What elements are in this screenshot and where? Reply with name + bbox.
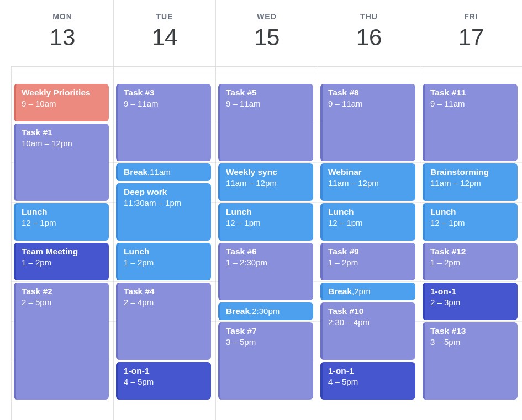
calendar-event[interactable]: Lunch12 – 1pm	[320, 203, 415, 241]
event-time: 1 – 2pm	[328, 258, 358, 267]
event-time: 2 – 3pm	[430, 297, 460, 307]
event-title: Deep work	[124, 187, 167, 196]
event-time: 2:30pm	[252, 306, 280, 316]
day-header-tue[interactable]: TUE 14	[113, 0, 215, 66]
event-time: 1 – 2pm	[22, 258, 51, 267]
event-title: Task #11	[430, 88, 466, 97]
calendar-event[interactable]: Lunch12 – 1pm	[14, 203, 109, 241]
day-column-thu[interactable]: Task #89 – 11amWebinar11am – 12pmLunch12…	[318, 67, 420, 420]
event-time: 11am – 12pm	[226, 178, 277, 188]
day-number: 17	[420, 24, 522, 51]
event-time: 2:30 – 4pm	[328, 317, 370, 327]
day-column-fri[interactable]: Task #119 – 11amBrainstorming11am – 12pm…	[420, 67, 522, 420]
calendar-event[interactable]: Task #91 – 2pm	[320, 243, 415, 280]
day-number: 16	[318, 24, 420, 51]
calendar-event[interactable]: Task #119 – 11am	[423, 84, 518, 161]
calendar-event[interactable]: Task #39 – 11am	[116, 84, 211, 161]
calendar-event[interactable]: Break, 2:30pm	[218, 302, 313, 320]
event-time: 4 – 5pm	[328, 377, 358, 386]
event-time: 9 – 11am	[226, 99, 261, 108]
day-abbr: THU	[318, 12, 420, 21]
event-title: Lunch	[22, 207, 48, 216]
day-abbr: MON	[12, 12, 113, 21]
event-title: Task #9	[328, 247, 359, 256]
event-time: 9 – 11am	[328, 99, 363, 108]
event-time: 3 – 5pm	[430, 337, 460, 347]
event-time: 11:30am – 1pm	[124, 198, 181, 208]
event-title: Task #5	[226, 88, 257, 97]
calendar-event[interactable]: Webinar11am – 12pm	[320, 163, 415, 201]
calendar-event[interactable]: 1-on-12 – 3pm	[423, 283, 518, 320]
event-title: Task #6	[226, 247, 257, 256]
calendar-event[interactable]: Task #110am – 12pm	[14, 124, 109, 201]
calendar-event[interactable]: 1-on-14 – 5pm	[116, 362, 211, 400]
calendar-event[interactable]: Task #133 – 5pm	[423, 322, 518, 400]
event-time: 2pm	[354, 286, 370, 296]
day-abbr: TUE	[114, 12, 215, 21]
calendar-week-view: MON 13 TUE 14 WED 15 THU 16 FRI 17 Weekl…	[0, 0, 522, 420]
event-time: 11am – 12pm	[328, 178, 379, 188]
calendar-event[interactable]: Break, 2pm	[320, 283, 415, 300]
calendar-event[interactable]: Task #42 – 4pm	[116, 283, 211, 360]
day-header-fri[interactable]: FRI 17	[420, 0, 522, 66]
event-time: 2 – 4pm	[124, 297, 154, 307]
event-title: Brainstorming	[430, 167, 489, 177]
day-header-thu[interactable]: THU 16	[318, 0, 420, 66]
day-header-wed[interactable]: WED 15	[215, 0, 318, 66]
calendar-event[interactable]: Lunch12 – 1pm	[423, 203, 518, 241]
calendar-event[interactable]: Brainstorming11am – 12pm	[423, 163, 518, 201]
event-title: Webinar	[328, 167, 362, 177]
calendar-event[interactable]: Task #61 – 2:30pm	[218, 243, 313, 300]
event-time: 12 – 1pm	[22, 218, 56, 227]
event-title: Break	[124, 167, 147, 178]
calendar-event[interactable]: Team Meeting1 – 2pm	[14, 243, 109, 280]
calendar-event[interactable]: Task #89 – 11am	[320, 84, 415, 161]
event-title: Lunch	[328, 207, 354, 216]
day-number: 13	[12, 24, 113, 51]
event-title: Task #12	[430, 247, 466, 256]
calendar-event[interactable]: Lunch12 – 1pm	[218, 203, 313, 241]
event-title: Task #13	[430, 326, 466, 336]
event-title: Task #2	[22, 286, 52, 296]
event-time: 10am – 12pm	[22, 139, 72, 148]
day-number: 14	[114, 24, 215, 51]
day-column-mon[interactable]: Weekly Priorities9 – 10amTask #110am – 1…	[11, 67, 113, 420]
event-title: Lunch	[226, 207, 252, 216]
event-title: Task #1	[22, 127, 52, 137]
calendar-event[interactable]: Task #102:30 – 4pm	[320, 302, 415, 360]
calendar-event[interactable]: Task #73 – 5pm	[218, 322, 313, 400]
event-title: 1-on-1	[124, 366, 150, 375]
calendar-event[interactable]: Deep work11:30am – 1pm	[116, 183, 211, 241]
event-title: Break	[226, 306, 250, 317]
calendar-event[interactable]: Lunch1 – 2pm	[116, 243, 211, 280]
event-time: 11am	[150, 167, 171, 177]
calendar-header-row: MON 13 TUE 14 WED 15 THU 16 FRI 17	[11, 0, 522, 66]
calendar-event[interactable]: Task #22 – 5pm	[14, 283, 109, 400]
calendar-event[interactable]: Task #121 – 2pm	[423, 243, 518, 280]
calendar-event[interactable]: Weekly Priorities9 – 10am	[14, 84, 109, 121]
event-time: 9 – 10am	[22, 99, 56, 108]
day-abbr: WED	[216, 12, 318, 21]
event-title: Weekly sync	[226, 167, 277, 177]
event-title: Break	[328, 286, 352, 297]
calendar-event[interactable]: Break, 11am	[116, 163, 211, 181]
calendar-grid[interactable]: Weekly Priorities9 – 10amTask #110am – 1…	[11, 66, 522, 420]
event-title: Task #8	[328, 88, 359, 97]
event-title: 1-on-1	[328, 366, 354, 375]
event-time: 1 – 2pm	[430, 258, 460, 267]
event-time: 11am – 12pm	[430, 178, 481, 188]
event-time: 12 – 1pm	[430, 218, 465, 227]
event-title: Lunch	[124, 247, 150, 256]
event-time: 12 – 1pm	[226, 218, 261, 227]
day-header-mon[interactable]: MON 13	[11, 0, 113, 66]
event-time: 4 – 5pm	[124, 377, 154, 386]
calendar-event[interactable]: Task #59 – 11am	[218, 84, 313, 161]
event-title: Task #3	[124, 88, 155, 97]
event-time: 1 – 2pm	[124, 258, 154, 267]
day-column-tue[interactable]: Task #39 – 11amBreak, 11amDeep work11:30…	[113, 67, 215, 420]
calendar-event[interactable]: 1-on-14 – 5pm	[320, 362, 415, 400]
event-title: Weekly Priorities	[22, 88, 91, 97]
event-time: 9 – 11am	[430, 99, 465, 108]
calendar-event[interactable]: Weekly sync11am – 12pm	[218, 163, 313, 201]
day-column-wed[interactable]: Task #59 – 11amWeekly sync11am – 12pmLun…	[215, 67, 318, 420]
